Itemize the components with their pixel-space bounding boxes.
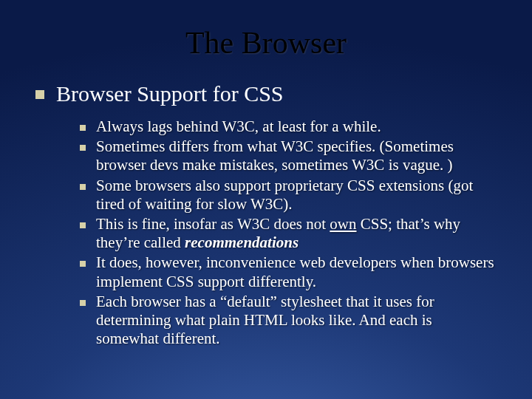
bullet-text: This is fine, insofar as W3C does not ow…: [96, 215, 497, 252]
emphasized-text: recommendations: [185, 233, 299, 251]
bullet-text: Sometimes differs from what W3C specifie…: [96, 137, 497, 174]
square-bullet-icon: [80, 125, 86, 131]
square-bullet-icon: [80, 300, 86, 306]
slide: The Browser Browser Support for CSS Alwa…: [0, 0, 532, 399]
square-bullet-icon: [35, 90, 44, 99]
square-bullet-icon: [80, 222, 86, 228]
list-item: It does, however, inconvenience web deve…: [80, 253, 497, 290]
square-bullet-icon: [80, 184, 86, 190]
list-item: Always lags behind W3C, at least for a w…: [80, 117, 497, 136]
sub-list: Always lags behind W3C, at least for a w…: [35, 113, 497, 348]
list-item: Each browser has a “default” stylesheet …: [80, 293, 497, 349]
bullet-text: It does, however, inconvenience web deve…: [96, 253, 497, 290]
text-span: This is fine, insofar as W3C does not: [96, 215, 330, 233]
bullet-text: Always lags behind W3C, at least for a w…: [96, 117, 381, 136]
bullet-text: Each browser has a “default” stylesheet …: [96, 293, 497, 349]
underlined-text: own: [330, 215, 356, 233]
level1-item: Browser Support for CSS: [35, 81, 497, 106]
list-item: This is fine, insofar as W3C does not ow…: [80, 215, 497, 252]
content-area: Browser Support for CSS Always lags behi…: [0, 68, 532, 348]
list-item: Some browsers also support proprietary C…: [80, 177, 497, 214]
slide-title: The Browser: [0, 0, 532, 68]
list-item: Sometimes differs from what W3C specifie…: [80, 137, 497, 174]
bullet-text: Some browsers also support proprietary C…: [96, 177, 497, 214]
level1-heading: Browser Support for CSS: [56, 81, 284, 106]
square-bullet-icon: [80, 261, 86, 267]
square-bullet-icon: [80, 145, 86, 151]
